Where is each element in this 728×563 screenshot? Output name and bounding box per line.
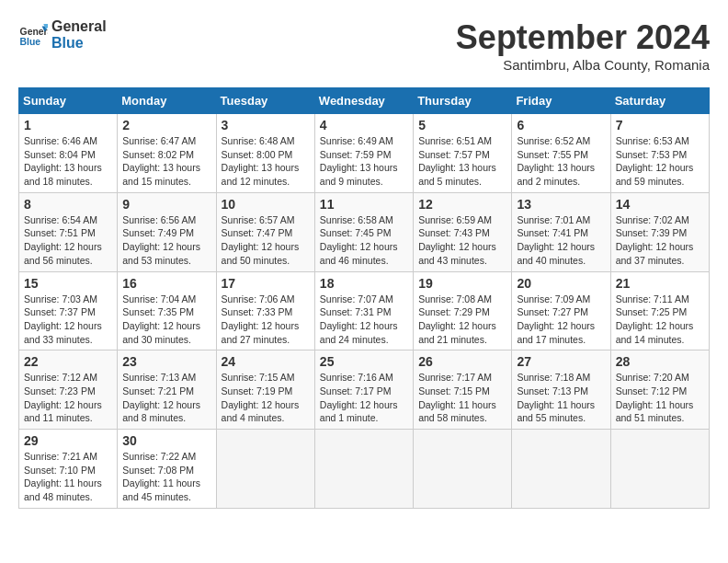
- calendar-cell: 18Sunrise: 7:07 AMSunset: 7:31 PMDayligh…: [314, 271, 413, 350]
- col-header-monday: Monday: [118, 88, 216, 114]
- calendar-cell: [414, 430, 512, 509]
- svg-text:Blue: Blue: [20, 37, 41, 47]
- logo-icon: General Blue: [18, 20, 48, 50]
- calendar-table: SundayMondayTuesdayWednesdayThursdayFrid…: [18, 87, 710, 509]
- calendar-cell: 7Sunrise: 6:53 AMSunset: 7:53 PMDaylight…: [610, 114, 709, 193]
- logo-blue: Blue: [51, 35, 107, 52]
- calendar-week-5: 29Sunrise: 7:21 AMSunset: 7:10 PMDayligh…: [19, 430, 710, 509]
- location: Santimbru, Alba County, Romania: [456, 57, 710, 73]
- calendar-cell: 9Sunrise: 6:56 AMSunset: 7:49 PMDaylight…: [118, 192, 216, 271]
- calendar-cell: [314, 430, 413, 509]
- calendar-cell: 1Sunrise: 6:46 AMSunset: 8:04 PMDaylight…: [19, 114, 118, 193]
- calendar-cell: 14Sunrise: 7:02 AMSunset: 7:39 PMDayligh…: [610, 192, 709, 271]
- calendar-cell: 19Sunrise: 7:08 AMSunset: 7:29 PMDayligh…: [414, 271, 512, 350]
- col-header-saturday: Saturday: [610, 88, 709, 114]
- calendar-cell: 16Sunrise: 7:04 AMSunset: 7:35 PMDayligh…: [118, 271, 216, 350]
- calendar-cell: 30Sunrise: 7:22 AMSunset: 7:08 PMDayligh…: [118, 430, 216, 509]
- calendar-cell: 27Sunrise: 7:18 AMSunset: 7:13 PMDayligh…: [512, 350, 610, 430]
- calendar-cell: 10Sunrise: 6:57 AMSunset: 7:47 PMDayligh…: [216, 192, 314, 271]
- calendar-cell: 13Sunrise: 7:01 AMSunset: 7:41 PMDayligh…: [512, 192, 610, 271]
- calendar-week-2: 8Sunrise: 6:54 AMSunset: 7:51 PMDaylight…: [19, 192, 710, 271]
- col-header-thursday: Thursday: [414, 88, 512, 114]
- calendar-week-3: 15Sunrise: 7:03 AMSunset: 7:37 PMDayligh…: [19, 271, 710, 350]
- calendar-cell: 20Sunrise: 7:09 AMSunset: 7:27 PMDayligh…: [512, 271, 610, 350]
- calendar-cell: 23Sunrise: 7:13 AMSunset: 7:21 PMDayligh…: [118, 350, 216, 430]
- logo-general: General: [51, 18, 107, 35]
- calendar-cell: 24Sunrise: 7:15 AMSunset: 7:19 PMDayligh…: [216, 350, 314, 430]
- calendar-week-1: 1Sunrise: 6:46 AMSunset: 8:04 PMDaylight…: [19, 114, 710, 193]
- calendar-week-4: 22Sunrise: 7:12 AMSunset: 7:23 PMDayligh…: [19, 350, 710, 430]
- calendar-cell: 26Sunrise: 7:17 AMSunset: 7:15 PMDayligh…: [414, 350, 512, 430]
- calendar-cell: 11Sunrise: 6:58 AMSunset: 7:45 PMDayligh…: [314, 192, 413, 271]
- title-block: September 2024 Santimbru, Alba County, R…: [456, 18, 710, 73]
- col-header-friday: Friday: [512, 88, 610, 114]
- calendar-cell: 15Sunrise: 7:03 AMSunset: 7:37 PMDayligh…: [19, 271, 118, 350]
- calendar-cell: 12Sunrise: 6:59 AMSunset: 7:43 PMDayligh…: [414, 192, 512, 271]
- calendar-cell: [610, 430, 709, 509]
- calendar-cell: [512, 430, 610, 509]
- col-header-wednesday: Wednesday: [314, 88, 413, 114]
- calendar-cell: 29Sunrise: 7:21 AMSunset: 7:10 PMDayligh…: [19, 430, 118, 509]
- calendar-cell: 4Sunrise: 6:49 AMSunset: 7:59 PMDaylight…: [314, 114, 413, 193]
- calendar-cell: 6Sunrise: 6:52 AMSunset: 7:55 PMDaylight…: [512, 114, 610, 193]
- calendar-cell: 3Sunrise: 6:48 AMSunset: 8:00 PMDaylight…: [216, 114, 314, 193]
- calendar-cell: 25Sunrise: 7:16 AMSunset: 7:17 PMDayligh…: [314, 350, 413, 430]
- header-row: SundayMondayTuesdayWednesdayThursdayFrid…: [19, 88, 710, 114]
- page-header: General Blue General Blue September 2024…: [18, 18, 710, 73]
- logo: General Blue General Blue: [18, 18, 107, 51]
- calendar-cell: [216, 430, 314, 509]
- calendar-cell: 22Sunrise: 7:12 AMSunset: 7:23 PMDayligh…: [19, 350, 118, 430]
- calendar-cell: 5Sunrise: 6:51 AMSunset: 7:57 PMDaylight…: [414, 114, 512, 193]
- month-title: September 2024: [456, 18, 710, 57]
- calendar-cell: 17Sunrise: 7:06 AMSunset: 7:33 PMDayligh…: [216, 271, 314, 350]
- col-header-tuesday: Tuesday: [216, 88, 314, 114]
- calendar-cell: 8Sunrise: 6:54 AMSunset: 7:51 PMDaylight…: [19, 192, 118, 271]
- calendar-cell: 28Sunrise: 7:20 AMSunset: 7:12 PMDayligh…: [610, 350, 709, 430]
- calendar-cell: 21Sunrise: 7:11 AMSunset: 7:25 PMDayligh…: [610, 271, 709, 350]
- calendar-cell: 2Sunrise: 6:47 AMSunset: 8:02 PMDaylight…: [118, 114, 216, 193]
- col-header-sunday: Sunday: [19, 88, 118, 114]
